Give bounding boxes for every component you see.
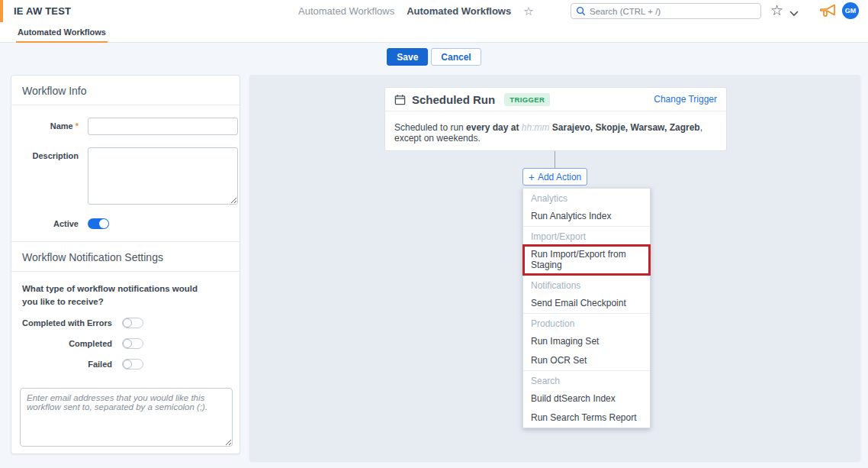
- completed-label: Completed: [22, 339, 112, 348]
- menu-group: Import/ExportRun Import/Export from Stag…: [523, 226, 650, 275]
- failed-label: Failed: [22, 360, 112, 369]
- trigger-card-header: Scheduled Run TRIGGER Change Trigger: [385, 88, 726, 111]
- trigger-card: Scheduled Run TRIGGER Change Trigger Sch…: [384, 87, 727, 151]
- time-placeholder: hh:mm: [522, 122, 550, 133]
- trigger-description: Scheduled to run every day at hh:mm Sara…: [385, 111, 726, 154]
- favorite-star-icon[interactable]: ☆: [523, 6, 533, 17]
- menu-item[interactable]: Run Analytics Index: [523, 207, 650, 226]
- description-textarea[interactable]: [88, 147, 238, 205]
- action-bar: Save Cancel: [0, 48, 868, 66]
- description-row: Description: [22, 147, 229, 208]
- active-row: Active: [22, 218, 229, 229]
- search-icon: [576, 6, 586, 16]
- page: IE AW TEST Automated Workflows Automated…: [0, 0, 868, 468]
- cancel-button[interactable]: Cancel: [431, 48, 481, 66]
- email-addresses-textarea[interactable]: [20, 388, 233, 447]
- chevron-down-icon[interactable]: [789, 6, 799, 20]
- search-input[interactable]: [590, 7, 756, 16]
- breadcrumb: Automated Workflows Automated Workflows …: [298, 5, 534, 17]
- save-button[interactable]: Save: [387, 48, 428, 66]
- completed-toggle[interactable]: [122, 338, 143, 349]
- menu-group-header: Search: [523, 371, 650, 389]
- trigger-badge: TRIGGER: [504, 93, 550, 106]
- menu-item[interactable]: Run Search Terms Report: [523, 408, 650, 428]
- quickbar-star-icon[interactable]: ☆: [770, 2, 783, 19]
- menu-item[interactable]: Run OCR Set: [523, 351, 650, 370]
- name-label: Name *: [22, 118, 79, 131]
- menu-group-header: Import/Export: [523, 227, 650, 245]
- workflow-info-title: Workflow Info: [11, 76, 240, 105]
- toggle-row-failed: Failed: [22, 359, 229, 370]
- menu-item[interactable]: Build dtSearch Index: [523, 389, 650, 408]
- notification-question: What type of workflow notifications woul…: [22, 282, 213, 308]
- menu-group: SearchBuild dtSearch IndexRun Search Ter…: [523, 370, 650, 428]
- menu-group-header: Analytics: [523, 189, 650, 207]
- name-row: Name *: [22, 118, 229, 135]
- breadcrumb-parent[interactable]: Automated Workflows: [298, 5, 394, 17]
- menu-group-header: Production: [523, 314, 650, 332]
- change-trigger-link[interactable]: Change Trigger: [654, 94, 717, 105]
- menu-group: AnalyticsRun Analytics Index: [523, 189, 650, 226]
- name-input[interactable]: [88, 118, 238, 135]
- app-header: IE AW TEST Automated Workflows Automated…: [0, 0, 868, 22]
- plus-icon: +: [529, 173, 535, 182]
- add-action-menu: AnalyticsRun Analytics IndexImport/Expor…: [522, 188, 651, 428]
- completed-with-errors-label: Completed with Errors: [22, 318, 112, 328]
- megaphone-icon[interactable]: [818, 2, 838, 22]
- tab-automated-workflows[interactable]: Automated Workflows: [16, 25, 108, 44]
- toggle-row-completed-with-errors: Completed with Errors: [22, 318, 229, 328]
- required-marker: *: [76, 121, 79, 131]
- description-label: Description: [22, 147, 79, 160]
- workflow-info-panel: Workflow Info Name * Description Active …: [11, 75, 240, 454]
- menu-item[interactable]: Run Imaging Set: [523, 332, 650, 351]
- tab-bar: Automated Workflows: [0, 22, 868, 43]
- menu-item[interactable]: Send Email Checkpoint: [523, 294, 650, 313]
- workspace-title: IE AW TEST: [14, 5, 71, 17]
- menu-item[interactable]: Run Import/Export from Staging: [523, 245, 650, 275]
- toggle-row-completed: Completed: [22, 338, 229, 349]
- active-toggle[interactable]: [88, 218, 109, 229]
- active-label: Active: [22, 219, 79, 228]
- menu-group-header: Notifications: [523, 276, 650, 294]
- breadcrumb-current: Automated Workflows: [407, 5, 511, 17]
- avatar[interactable]: GM: [842, 2, 859, 19]
- add-action-button[interactable]: + Add Action: [522, 168, 587, 186]
- failed-toggle[interactable]: [122, 359, 143, 370]
- add-action-label: Add Action: [538, 172, 581, 182]
- notification-settings-title: Workflow Notification Settings: [11, 241, 240, 272]
- global-search: [571, 3, 761, 19]
- calendar-icon: [394, 94, 406, 105]
- completed-with-errors-toggle[interactable]: [122, 318, 143, 328]
- trigger-card-title: Scheduled Run: [412, 93, 495, 106]
- menu-group: ProductionRun Imaging SetRun OCR Set: [523, 313, 650, 370]
- menu-group: NotificationsSend Email Checkpoint: [523, 275, 650, 313]
- workflow-canvas: Scheduled Run TRIGGER Change Trigger Sch…: [249, 75, 860, 461]
- flow-connector-line: [555, 151, 555, 168]
